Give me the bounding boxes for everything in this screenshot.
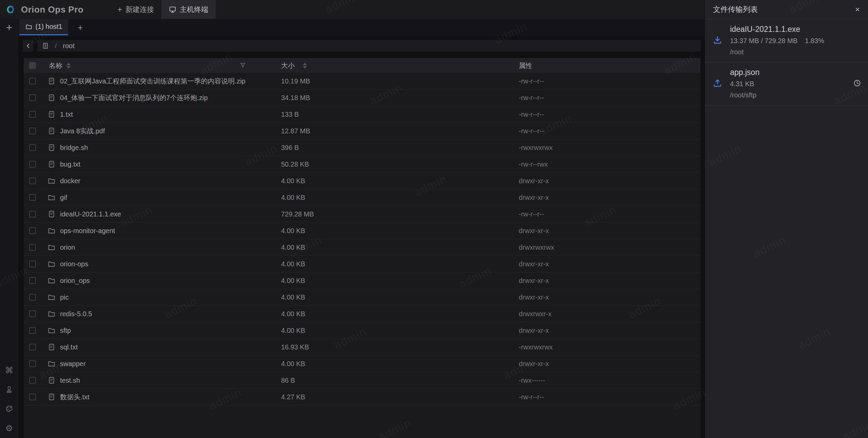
filter-icon[interactable] [240,62,246,69]
top-bar: Orion Ops Pro + 新建连接 主机终端 [0,0,705,19]
file-permissions: -rw-r--r-- [495,111,701,118]
table-row[interactable]: 1.txt 133 B -rw-r--r-- [24,106,701,123]
file-name: sftp [60,327,71,335]
new-tab-button[interactable]: + [78,22,83,33]
file-permissions: -rw-r--r-- [495,77,701,85]
row-checkbox[interactable] [29,261,36,267]
table-row[interactable]: 04_体验一下面试官对于消息队列的7个连环炮.zip 34.18 MB -rw-… [24,90,701,106]
table-row[interactable]: redis-5.0.5 4.00 KB drwxrwxr-x [24,306,701,322]
file-permissions: drwxr-xr-x [495,360,701,368]
file-size: 396 B [259,144,495,152]
column-header-size[interactable]: 大小 [281,61,295,70]
stamp-icon[interactable] [5,385,14,394]
transfer-file-name: app.json [730,68,844,77]
sidebar-add-connection-button[interactable]: + [6,22,13,33]
row-checkbox[interactable] [29,161,36,168]
table-row[interactable]: bridge.sh 396 B -rwxrwxrwx [24,139,701,156]
row-checkbox[interactable] [29,111,36,118]
file-type-icon [47,343,56,351]
table-row[interactable]: bug.txt 50.28 KB -rw-r--rwx [24,156,701,173]
row-checkbox[interactable] [29,144,36,151]
sftp-toolbar: / root [23,40,701,52]
row-checkbox[interactable] [29,277,36,284]
table-row[interactable]: docker 4.00 KB drwxr-xr-x [24,173,701,189]
chevron-left-icon [25,43,31,49]
table-row[interactable]: 02_互联网Java工程师面试突击训练课程第一季的内容说明.zip 10.19 … [24,73,701,90]
table-row[interactable]: orion_ops 4.00 KB drwxr-xr-x [24,272,701,289]
column-header-name[interactable]: 名称 [49,61,62,70]
transfer-item-download[interactable]: ideaIU-2021.1.1.exe 13.37 MB / 729.28 MB… [705,19,868,62]
settings-gear-icon[interactable]: ⚙ [5,424,14,433]
file-size: 4.00 KB [259,277,495,285]
file-name: sql.txt [60,343,78,351]
sort-asc-icon [303,63,307,65]
row-checkbox[interactable] [29,194,36,201]
file-type-icon [47,260,56,268]
command-icon[interactable]: ⌘ [5,366,14,375]
table-row[interactable]: gif 4.00 KB drwxr-xr-x [24,189,701,206]
host-terminal-tab[interactable]: 主机终端 [161,0,216,19]
breadcrumb-separator: / [55,42,57,50]
tab-host1[interactable]: (1) host1 [19,19,68,35]
transfer-item-upload[interactable]: app.json 4.31 KB /root/sftp [705,62,868,106]
file-name: orion_ops [60,277,90,285]
row-checkbox[interactable] [29,78,36,84]
file-permissions: drwxr-xr-x [495,260,701,268]
row-checkbox[interactable] [29,177,36,184]
new-connection-button[interactable]: + 新建连接 [110,0,161,19]
row-checkbox[interactable] [29,327,36,334]
file-table-body: 02_互联网Java工程师面试突击训练课程第一季的内容说明.zip 10.19 … [24,73,701,405]
row-checkbox[interactable] [29,211,36,217]
file-name: test.sh [60,377,80,384]
file-name: 1.txt [60,111,73,118]
table-row[interactable]: Java 8实战.pdf 12.87 MB -rw-r--r-- [24,123,701,139]
close-icon[interactable]: × [855,5,860,14]
file-permissions: -rw-r--r-- [495,94,701,102]
file-type-icon [47,277,56,285]
table-row[interactable]: test.sh 86 B -rwx------ [24,372,701,389]
file-permissions: -rw-r--r-- [495,210,701,218]
sort-size-control[interactable] [303,63,307,69]
column-header-attr: 属性 [495,61,701,70]
sort-desc-icon [303,66,307,69]
row-checkbox[interactable] [29,227,36,234]
row-checkbox[interactable] [29,360,36,367]
palette-icon[interactable] [5,404,14,413]
row-checkbox[interactable] [29,94,36,101]
file-type-icon [47,193,56,202]
row-checkbox[interactable] [29,310,36,317]
upload-icon [712,78,723,90]
breadcrumb-current[interactable]: root [63,42,74,50]
table-row[interactable]: sftp 4.00 KB drwxr-xr-x [24,322,701,339]
row-checkbox[interactable] [29,377,36,384]
file-type-icon [47,227,56,235]
transfer-file-name: ideaIU-2021.1.1.exe [730,25,844,34]
sort-name-control[interactable] [66,63,71,69]
file-type-icon [47,110,56,118]
row-checkbox[interactable] [29,394,36,400]
transfer-panel-header: 文件传输列表 × [705,0,868,19]
new-connection-label: 新建连接 [125,5,154,14]
table-row[interactable]: orion 4.00 KB drwxrwxrwx [24,239,701,256]
select-all-checkbox[interactable] [29,62,36,69]
row-checkbox[interactable] [29,344,36,350]
table-row[interactable]: pic 4.00 KB drwxr-xr-x [24,289,701,306]
row-checkbox[interactable] [29,128,36,134]
file-table: 名称 大小 属性 [24,58,701,438]
table-row[interactable]: ops-monitor-agent 4.00 KB drwxr-xr-x [24,223,701,239]
file-size: 4.00 KB [259,227,495,235]
list-icon[interactable] [42,42,49,49]
row-checkbox[interactable] [29,294,36,301]
table-row[interactable]: ideaIU-2021.1.1.exe 729.28 MB -rw-r--r-- [24,206,701,223]
row-checkbox[interactable] [29,244,36,251]
table-row[interactable]: orion-ops 4.00 KB drwxr-xr-x [24,256,701,272]
file-type-icon [47,127,56,135]
file-permissions: drwxr-xr-x [495,177,701,185]
table-row[interactable]: sql.txt 16.93 KB -rwxrwxrwx [24,339,701,356]
pending-clock-icon[interactable] [853,79,861,89]
back-button[interactable] [23,40,33,52]
table-row[interactable]: 数据头.txt 4.27 KB -rw-r--r-- [24,389,701,405]
table-row[interactable]: swapper 4.00 KB drwxr-xr-x [24,356,701,372]
file-table-header: 名称 大小 属性 [24,58,701,73]
file-permissions: -rwxrwxrwx [495,144,701,152]
